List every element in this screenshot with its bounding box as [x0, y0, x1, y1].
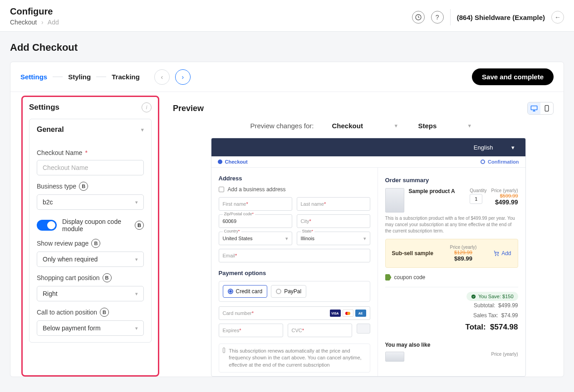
coupon-code-link[interactable]: coupon code [385, 274, 518, 281]
cta-position-label: Call to action position B [37, 308, 144, 317]
preview-heading: Preview [173, 104, 204, 113]
tag-icon [385, 274, 392, 281]
checkout-name-label: Checkout Name* [37, 149, 144, 156]
chevron-down-icon: ▾ [511, 144, 515, 151]
b-badge-icon: B [79, 182, 88, 191]
expires-input[interactable]: Expires* [219, 324, 283, 337]
steps-select[interactable]: Steps ▾ [418, 122, 486, 130]
review-page-select[interactable]: Only when required ▾ [37, 252, 144, 267]
product-image [385, 352, 404, 362]
state-select[interactable]: State* Illinois ▾ [297, 232, 370, 245]
last-name-input[interactable]: Last name* [297, 197, 370, 211]
radio-filled-icon [218, 160, 222, 164]
language-select[interactable]: English ▾ [474, 144, 515, 151]
subscription-note: This subscription renews automatically a… [219, 344, 370, 373]
tab-tracking[interactable]: Tracking [112, 73, 140, 81]
desktop-view-button[interactable] [528, 102, 540, 114]
chevron-down-icon: ▾ [135, 325, 138, 331]
chevron-down-icon: ▾ [468, 123, 471, 129]
page-title: Add Checkout [0, 32, 574, 62]
tab-prev-button[interactable]: ‹ [154, 69, 170, 85]
tab-styling[interactable]: Styling [68, 73, 91, 81]
breadcrumb-root[interactable]: Checkout [10, 19, 37, 26]
org-selector[interactable]: (864) Shieldware (Example) [457, 14, 545, 21]
accordion-general-header[interactable]: General ▾ [29, 119, 151, 140]
cart-position-select[interactable]: Right ▾ [37, 286, 144, 301]
preview-for-select[interactable]: Checkout ▾ [332, 122, 400, 130]
accordion-general: General ▾ Checkout Name* Business type B… [29, 119, 152, 343]
check-circle-icon [471, 294, 476, 299]
radio-off-icon [276, 289, 281, 294]
b-badge-icon: B [100, 308, 109, 317]
city-input[interactable]: City* [297, 214, 370, 228]
save-button[interactable]: Save and complete [472, 68, 554, 85]
card-number-input[interactable]: Card number* VISA AE [219, 306, 370, 320]
checkout-name-input[interactable] [37, 160, 144, 175]
price-old: $599.99 [491, 193, 518, 198]
quantity-stepper[interactable]: 1 [470, 194, 482, 204]
radio-on-icon [228, 289, 233, 294]
preview-for-label: Preview changes for: [250, 122, 314, 130]
tab-settings[interactable]: Settings [20, 73, 47, 81]
chevron-down-icon: ▾ [135, 199, 138, 205]
coupon-toggle-label: Display coupon code module [62, 218, 129, 232]
product-desc: This is a subscription product with a fe… [385, 215, 518, 234]
add-business-checkbox[interactable]: Add a business address [219, 186, 370, 193]
b-badge-icon: B [135, 221, 144, 230]
breadcrumb: Checkout › Add [10, 19, 59, 26]
you-save-badge: You Save: $150 [466, 292, 518, 301]
cvc-input[interactable]: CVC* [288, 324, 352, 337]
paypal-option[interactable]: PayPal [271, 285, 306, 298]
help-icon[interactable]: ? [431, 11, 444, 24]
cart-add-icon [493, 250, 500, 256]
card-back-icon [357, 324, 370, 334]
app-title: Configure [10, 6, 59, 17]
business-type-select[interactable]: b2c ▾ [37, 194, 144, 210]
credit-card-option[interactable]: Credit card [223, 285, 268, 298]
address-heading: Address [219, 175, 370, 182]
email-input[interactable]: Email* [219, 249, 370, 262]
checkbox-icon[interactable] [223, 348, 226, 353]
cart-position-label: Shopping cart position B [37, 273, 144, 282]
chevron-down-icon: ▾ [285, 236, 288, 242]
svg-point-4 [498, 255, 498, 256]
main-card: Settings Styling Tracking ‹ › Save and c… [10, 62, 564, 377]
coupon-toggle[interactable] [37, 220, 57, 231]
price-new: $499.99 [491, 198, 518, 206]
svg-rect-1 [531, 106, 537, 110]
cta-position-select[interactable]: Below payment form ▾ [37, 320, 144, 336]
payment-heading: Payment options [219, 270, 370, 276]
amex-icon: AE [355, 310, 366, 317]
review-page-label: Show review page B [37, 239, 144, 248]
settings-heading: Settings [29, 103, 59, 112]
top-bar: Configure Checkout › Add ? (864) Shieldw… [0, 0, 574, 32]
mobile-view-button[interactable] [540, 102, 553, 114]
first-name-input[interactable]: First name* [219, 197, 292, 211]
preview-area: Preview Preview changes for: Checkout ▾ [169, 92, 564, 377]
b-badge-icon: B [103, 273, 112, 282]
svg-point-3 [496, 255, 496, 256]
tab-next-button[interactable]: › [175, 69, 191, 85]
chevron-down-icon: ▾ [395, 123, 397, 129]
org-switch-icon[interactable]: ← [551, 11, 564, 24]
chevron-down-icon: ▾ [141, 127, 144, 133]
info-icon[interactable]: i [142, 102, 152, 112]
svg-rect-2 [545, 106, 549, 111]
svg-point-5 [471, 294, 476, 298]
add-subsell-button[interactable]: Add [493, 250, 511, 256]
order-summary-heading: Order summary [385, 177, 518, 184]
product-image [385, 188, 404, 213]
country-select[interactable]: Country* United States ▾ [219, 232, 292, 245]
tab-bar: Settings Styling Tracking ‹ › Save and c… [10, 62, 564, 92]
checkbox-icon [219, 187, 224, 192]
settings-panel: Settings i General ▾ Checkout Name* Busi… [21, 96, 159, 377]
view-toggle [527, 102, 554, 115]
visa-icon: VISA [330, 310, 341, 317]
chevron-down-icon: ▾ [135, 291, 138, 297]
step-checkout[interactable]: Checkout [218, 159, 248, 165]
step-confirmation[interactable]: Confirmation [481, 159, 519, 165]
you-may-also-like: You may also like [385, 342, 518, 348]
history-icon[interactable] [412, 11, 425, 24]
zip-input[interactable]: Zip/Postal code* 60069 [219, 214, 292, 228]
product-name: Sample product A [409, 188, 466, 213]
